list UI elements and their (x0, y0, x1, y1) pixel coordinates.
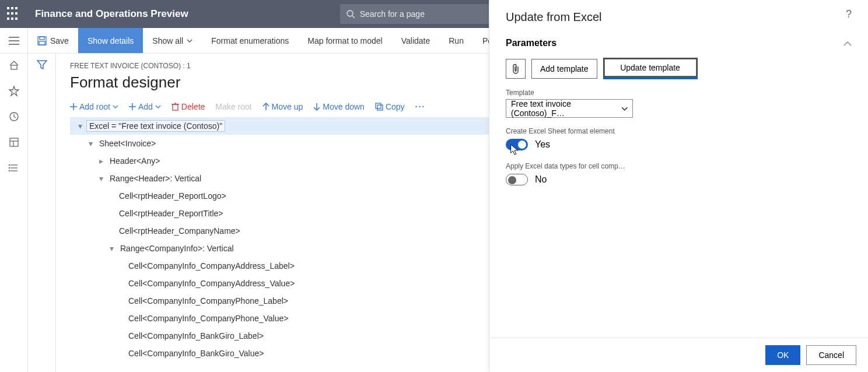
svg-marker-9 (9, 86, 19, 96)
format-enumerations-button[interactable]: Format enumerations (202, 28, 298, 53)
home-icon[interactable] (8, 59, 20, 71)
svg-point-17 (9, 165, 9, 166)
svg-rect-7 (39, 41, 45, 45)
menu-toggle-button[interactable] (0, 28, 28, 53)
copy-icon (375, 103, 383, 111)
copy-button[interactable]: Copy (375, 102, 405, 111)
svg-point-18 (9, 168, 9, 169)
panel-title: Update from Excel (506, 10, 852, 24)
arrow-down-icon (313, 103, 320, 111)
workspaces-icon[interactable] (8, 136, 20, 148)
chevron-down-icon (621, 107, 628, 111)
show-details-button[interactable]: Show details (78, 28, 143, 53)
svg-rect-8 (11, 65, 17, 69)
expand-icon[interactable]: ▸ (97, 156, 105, 166)
template-select[interactable]: Free text invoice (Contoso)_F… (506, 99, 633, 118)
svg-marker-20 (37, 61, 47, 69)
panel-footer: OK Cancel (489, 338, 868, 372)
paperclip-icon (512, 64, 520, 74)
modules-icon[interactable] (8, 162, 20, 174)
create-sheet-toggle[interactable] (506, 139, 528, 150)
svg-point-0 (347, 10, 353, 16)
template-select-label: Template (506, 89, 852, 97)
chevron-down-icon (155, 105, 161, 108)
ok-button[interactable]: OK (765, 345, 800, 365)
apply-types-label: Apply Excel data types for cell comp… (506, 162, 852, 170)
apply-types-value: No (535, 174, 547, 185)
recent-icon[interactable] (8, 111, 20, 122)
update-template-button[interactable]: Update template (603, 58, 698, 78)
trash-icon (172, 103, 179, 111)
svg-rect-30 (376, 103, 381, 108)
update-from-excel-panel: ? Update from Excel Parameters Add templ… (489, 0, 868, 372)
collapse-icon[interactable]: ▾ (97, 174, 105, 183)
navigation-rail (0, 54, 28, 372)
validate-button[interactable]: Validate (392, 28, 440, 53)
delete-button[interactable]: Delete (172, 102, 205, 111)
make-root-button: Make root (215, 102, 251, 111)
accent-underline (603, 77, 698, 79)
svg-rect-6 (40, 37, 44, 40)
apply-types-toggle[interactable] (506, 174, 528, 185)
create-sheet-label: Create Excel Sheet format element (506, 127, 852, 135)
map-format-to-model-button[interactable]: Map format to model (298, 28, 391, 53)
move-up-button[interactable]: Move up (262, 102, 303, 111)
filter-column (28, 54, 56, 372)
show-all-button[interactable]: Show all (143, 28, 202, 53)
search-placeholder: Search for a page (360, 9, 425, 19)
svg-rect-25 (173, 104, 178, 110)
help-icon[interactable]: ? (840, 8, 858, 20)
cancel-button[interactable]: Cancel (806, 345, 856, 365)
search-icon (346, 9, 355, 19)
svg-line-1 (352, 16, 355, 18)
run-button[interactable]: Run (439, 28, 473, 53)
save-icon (37, 36, 47, 45)
chevron-down-icon (113, 105, 118, 108)
svg-rect-11 (10, 138, 18, 146)
move-down-button[interactable]: Move down (313, 102, 365, 111)
plus-icon (129, 103, 136, 110)
filter-icon[interactable] (37, 59, 47, 372)
app-launcher-icon[interactable] (7, 7, 21, 21)
add-template-button[interactable]: Add template (531, 59, 597, 79)
create-sheet-value: Yes (535, 139, 550, 150)
favorites-icon[interactable] (8, 85, 20, 97)
parameters-header: Parameters (506, 38, 556, 48)
collapse-icon[interactable]: ▾ (86, 139, 94, 148)
chevron-down-icon (187, 39, 192, 43)
app-title: Finance and Operations Preview (35, 8, 188, 20)
more-button[interactable]: ··· (415, 102, 426, 111)
collapse-icon[interactable] (844, 38, 852, 48)
add-button[interactable]: Add (129, 102, 161, 111)
save-button[interactable]: Save (28, 28, 78, 53)
attachment-button[interactable] (506, 59, 526, 79)
add-root-button[interactable]: Add root (70, 102, 118, 111)
collapse-icon[interactable]: ▾ (76, 121, 84, 131)
arrow-up-icon (262, 103, 270, 111)
collapse-icon[interactable]: ▾ (107, 244, 116, 253)
svg-rect-31 (377, 105, 383, 110)
svg-point-19 (9, 171, 9, 171)
plus-icon (70, 103, 77, 110)
